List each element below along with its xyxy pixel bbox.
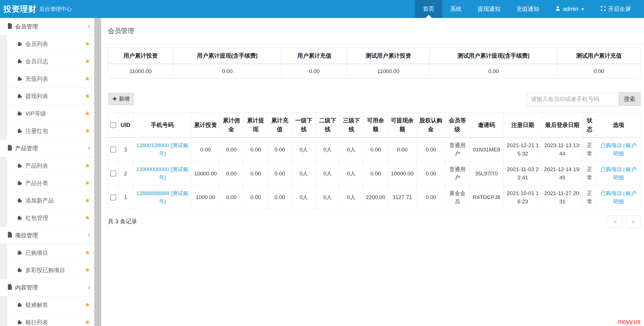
- nav-item-system[interactable]: 系统: [442, 0, 470, 18]
- cell-recharge: 0.00: [268, 137, 292, 161]
- sidebar-gutter: [0, 35, 7, 53]
- sidebar-item-member-list[interactable]: 会员列表 ★: [7, 35, 94, 53]
- row-checkbox[interactable]: [110, 195, 116, 201]
- options-separator: |: [623, 166, 625, 172]
- sidebar-item-recharge-list[interactable]: 充值列表 ★: [7, 70, 94, 88]
- cell-line3: 0人: [340, 137, 363, 161]
- star-icon: ★: [85, 197, 90, 204]
- next-page-button[interactable]: »: [626, 215, 641, 228]
- file-icon: [7, 232, 12, 239]
- cell-status: 正常: [583, 161, 597, 185]
- cell-withdraw: 0.00: [244, 161, 268, 185]
- cell-line1: 0人: [292, 137, 316, 161]
- select-all-checkbox[interactable]: [110, 122, 116, 128]
- puzzle-icon: [17, 180, 23, 187]
- puzzle-icon: [17, 93, 23, 100]
- star-icon: ★: [85, 75, 90, 82]
- cell-withdrawable: 0.00: [388, 137, 417, 161]
- sidebar-scrollbar[interactable]: [94, 18, 101, 326]
- col-header: 邀请码: [469, 113, 503, 138]
- puzzle-icon: [17, 267, 23, 274]
- sidebar-gutter: [0, 157, 7, 175]
- fullscreen-button[interactable]: 开启全屏: [592, 0, 639, 18]
- row-checkbox[interactable]: [110, 147, 116, 153]
- phone-link[interactable]: 13900000000 [测试账号]: [136, 166, 189, 181]
- col-header: UID: [118, 113, 133, 138]
- sidebar-item-add-product[interactable]: 添加新产品 ★: [7, 192, 94, 209]
- nav-item-recharge-notice[interactable]: 充值通知: [508, 0, 547, 18]
- cell-recharge: 0.00: [268, 185, 292, 209]
- summary-header: 用户累计提现(含手续费): [173, 48, 282, 64]
- nav-item-home[interactable]: 首页: [415, 0, 442, 18]
- col-header: 累计提现: [244, 113, 268, 138]
- star-icon: ★: [85, 319, 90, 326]
- sidebar-item-redpacket-management[interactable]: 红包管理 ★: [7, 209, 94, 227]
- add-button[interactable]: ✚ 新增: [108, 93, 134, 105]
- cell-commission: 0.00: [219, 137, 244, 161]
- cell-equity: 0.00: [417, 161, 445, 185]
- sidebar-item-bank-list[interactable]: 银行列表 ★: [7, 314, 94, 326]
- sidebar-item-member-management[interactable]: 会员管理 ›: [0, 18, 94, 35]
- phone-link[interactable]: 13888888888 [测试账号]: [136, 190, 189, 204]
- summary-header: 用户累计投资: [108, 48, 173, 64]
- puzzle-icon: [17, 163, 23, 169]
- search-group: 搜索: [527, 92, 641, 106]
- col-header: 会员等级: [445, 113, 469, 138]
- sidebar-item-vip-level[interactable]: VIP等级 ★: [7, 105, 94, 122]
- sidebar-gutter: [0, 175, 7, 192]
- cell-withdraw: 0.00: [244, 137, 268, 161]
- cell-status: 正常: [583, 185, 597, 209]
- user-menu[interactable]: admin ▼: [547, 0, 592, 18]
- cell-invite-code: 35L97IT0: [469, 161, 503, 185]
- sidebar-item-withdraw-list[interactable]: 提现列表 ★: [7, 88, 94, 105]
- search-input[interactable]: [527, 92, 619, 106]
- nav-item-withdraw-notice[interactable]: 提现通知: [470, 0, 508, 18]
- summary-value: 0.00: [282, 64, 347, 79]
- purchased-projects-link[interactable]: 已购项目: [600, 142, 622, 148]
- star-icon: ★: [85, 266, 90, 274]
- sidebar-gutter: [0, 244, 7, 262]
- cell-balance: 0.00: [363, 161, 388, 185]
- list-footer: 共 3 条记录 « »: [108, 215, 641, 228]
- sidebar-item-faq[interactable]: 疑难解答 ★: [7, 296, 94, 314]
- page-header: 会员管理: [101, 18, 644, 44]
- chevron-right-icon: ›: [88, 144, 90, 151]
- sidebar-item-product-category[interactable]: 产品分类 ★: [7, 175, 94, 192]
- phone-link[interactable]: 13800138000 [测试账号]: [136, 142, 189, 157]
- page-title: 会员管理: [108, 27, 134, 35]
- cell-equity: 0.00: [417, 185, 445, 209]
- puzzle-icon: [17, 110, 23, 117]
- col-header: 状态: [583, 113, 597, 138]
- sidebar-item-content-management[interactable]: 内容管理 ›: [0, 279, 94, 296]
- puzzle-icon: [17, 41, 23, 47]
- col-header: 注册日期: [504, 113, 542, 138]
- cell-commission: 0.00: [219, 161, 244, 185]
- puzzle-icon: [17, 319, 23, 326]
- sidebar-item-register-redpacket[interactable]: 注册红包 ★: [7, 122, 94, 140]
- puzzle-icon: [17, 302, 23, 308]
- sidebar-gutter: [0, 192, 7, 209]
- sidebar-item-colorful-purchased-projects[interactable]: 多彩投已购项目 ★: [7, 262, 94, 279]
- sidebar-item-purchased-projects[interactable]: 已购项目 ★: [7, 244, 94, 262]
- toolbar: ✚ 新增 搜索: [108, 92, 641, 106]
- sidebar-item-project-management[interactable]: 项目管理 ›: [0, 227, 94, 244]
- puzzle-icon: [17, 250, 23, 256]
- col-header: 累计佣金: [219, 113, 244, 138]
- col-header: 累计投资: [192, 113, 219, 138]
- summary-header: 测试用户累计投资: [347, 48, 430, 64]
- row-checkbox[interactable]: [110, 171, 116, 177]
- sidebar-item-member-log[interactable]: 会员日志 ★: [7, 53, 94, 70]
- purchased-projects-link[interactable]: 已购项目: [600, 190, 622, 196]
- purchased-projects-link[interactable]: 已购项目: [600, 166, 622, 172]
- star-icon: ★: [85, 162, 90, 169]
- summary-table: 用户累计投资 用户累计提现(含手续费) 用户累计充值 测试用户累计投资 测试用户…: [108, 48, 641, 79]
- search-button[interactable]: 搜索: [619, 92, 641, 106]
- cell-last-login: 2021-11-27 20:31: [542, 185, 583, 209]
- prev-page-button[interactable]: «: [608, 215, 623, 228]
- cell-level: 普通用户: [445, 161, 469, 185]
- sidebar-item-product-list[interactable]: 产品列表 ★: [7, 157, 94, 175]
- sidebar-item-product-management[interactable]: 产品管理 ›: [0, 140, 94, 157]
- col-header: 可用余额: [363, 113, 388, 138]
- cell-status: 正常: [583, 137, 597, 161]
- cell-uid: 1: [118, 185, 133, 209]
